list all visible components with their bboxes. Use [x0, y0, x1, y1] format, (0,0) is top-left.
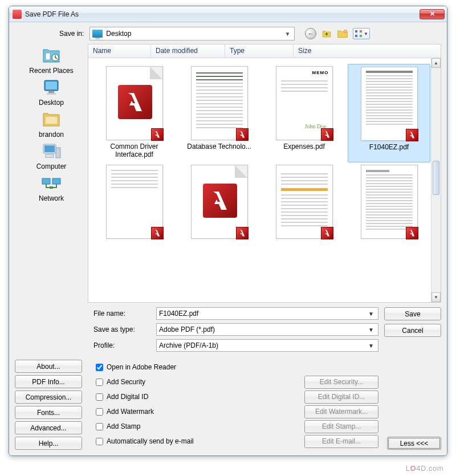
- scroll-down-button[interactable]: ▼: [431, 292, 441, 302]
- cancel-button[interactable]: Cancel: [384, 324, 441, 337]
- saveas-combo[interactable]: Adobe PDF (*.pdf) ▼: [156, 323, 378, 336]
- file-name-label: Database Technolo...: [179, 143, 259, 150]
- help-button[interactable]: Help...: [15, 437, 82, 450]
- view-menu-button[interactable]: ▼: [353, 28, 370, 39]
- nav-toolbar: ▼: [305, 28, 370, 39]
- about-button[interactable]: About...: [15, 360, 82, 373]
- edit-digitalid-button[interactable]: Edit Digital ID...: [304, 390, 378, 404]
- place-label: Computer: [23, 162, 80, 170]
- place-recent[interactable]: Recent Places: [23, 45, 80, 75]
- col-size[interactable]: Size: [294, 44, 441, 58]
- scroll-up-button[interactable]: ▲: [431, 58, 441, 68]
- col-date[interactable]: Date modified: [151, 44, 225, 58]
- files-grid[interactable]: Common Driver Interface.pdfDatabase Tech…: [88, 58, 441, 302]
- pdf-badge-icon: [406, 129, 418, 141]
- less-button[interactable]: Less <<<: [387, 437, 441, 450]
- edit-security-button[interactable]: Edit Security...: [304, 376, 378, 389]
- pdf-badge-icon: [236, 128, 249, 141]
- file-thumbnail: [106, 165, 163, 239]
- place-network[interactable]: Network: [23, 173, 80, 202]
- add-stamp-label: Add Stamp: [107, 422, 140, 430]
- file-listing: Name Date modified Type Size Common Driv…: [88, 44, 441, 303]
- add-stamp-checkbox[interactable]: [96, 423, 103, 430]
- place-computer[interactable]: Computer: [23, 141, 80, 170]
- bottom-options: About... PDF Info... Compression... Font…: [15, 360, 441, 450]
- file-thumbnail: [191, 165, 248, 239]
- col-type[interactable]: Type: [225, 44, 294, 58]
- filename-input[interactable]: F1040EZ.pdf ▼: [156, 307, 378, 320]
- add-watermark-checkbox[interactable]: [96, 408, 103, 416]
- close-button[interactable]: ✕: [420, 9, 445, 19]
- form-section: File name: F1040EZ.pdf ▼ Save as type: A…: [15, 307, 441, 355]
- svg-rect-4: [46, 82, 57, 89]
- saveas-value: Adobe PDF (*.pdf): [159, 326, 367, 333]
- profile-combo[interactable]: Archive (PDF/A-1b) ▼: [156, 339, 378, 352]
- up-folder-button[interactable]: [321, 28, 332, 39]
- file-name-label: Common Driver Interface.pdf: [94, 143, 174, 159]
- file-item[interactable]: [348, 162, 430, 245]
- open-reader-label: Open in Adobe Reader: [107, 363, 176, 371]
- new-folder-button[interactable]: [337, 28, 348, 39]
- place-user[interactable]: brandon: [23, 109, 80, 139]
- add-security-label: Add Security: [107, 378, 145, 386]
- chevron-down-icon: ▼: [364, 31, 368, 36]
- chevron-down-icon: ▼: [367, 343, 376, 349]
- file-item[interactable]: [178, 162, 260, 245]
- advanced-button[interactable]: Advanced...: [15, 421, 82, 434]
- user-folder-icon: [40, 109, 63, 129]
- pdf-badge-icon: [321, 128, 333, 141]
- scrollbar[interactable]: ▲ ▼: [431, 58, 441, 302]
- file-name-label: Expenses.pdf: [264, 143, 344, 150]
- computer-icon: [40, 141, 63, 161]
- save-button[interactable]: Save: [384, 307, 441, 320]
- source-watermark: LO4D.com: [406, 464, 443, 473]
- app-icon: [13, 10, 22, 19]
- left-buttons: About... PDF Info... Compression... Font…: [15, 360, 88, 450]
- auto-email-checkbox[interactable]: [96, 438, 103, 445]
- pdf-badge-icon: [406, 227, 418, 239]
- edit-watermark-button[interactable]: Edit Watermark...: [304, 405, 378, 418]
- file-item[interactable]: F1040EZ.pdf: [348, 64, 430, 162]
- filename-label: File name:: [93, 310, 156, 318]
- place-desktop[interactable]: Desktop: [23, 77, 80, 107]
- scroll-thumb[interactable]: [433, 161, 439, 195]
- edit-stamp-button[interactable]: Edit Stamp...: [304, 420, 378, 433]
- saveas-label: Save as type:: [93, 326, 156, 333]
- add-security-checkbox[interactable]: [96, 379, 103, 386]
- file-thumbnail: [106, 66, 163, 140]
- file-thumbnail: [361, 67, 418, 141]
- profile-value: Archive (PDF/A-1b): [159, 341, 367, 349]
- titlebar[interactable]: Save PDF File As ✕: [9, 6, 447, 22]
- svg-rect-10: [56, 148, 60, 158]
- svg-rect-7: [46, 117, 57, 124]
- compression-button[interactable]: Compression...: [15, 390, 82, 404]
- back-button[interactable]: [305, 28, 316, 39]
- svg-rect-1: [46, 53, 50, 60]
- save-in-value: Desktop: [106, 30, 283, 38]
- svg-rect-14: [50, 186, 53, 189]
- file-item[interactable]: Common Driver Interface.pdf: [93, 64, 176, 162]
- checkbox-options: Open in Adobe Reader Add Security Edit S…: [93, 360, 378, 450]
- dialog-body: Save in: Desktop ▼: [9, 22, 447, 455]
- file-item[interactable]: Database Technolo...: [178, 64, 260, 162]
- column-headers: Name Date modified Type Size: [88, 44, 441, 58]
- col-name[interactable]: Name: [88, 44, 151, 58]
- network-icon: [40, 173, 63, 193]
- file-item[interactable]: MEMOJohn DoeExpenses.pdf: [263, 64, 345, 162]
- pdf-badge-icon: [236, 227, 249, 239]
- file-thumbnail: [276, 165, 333, 239]
- open-reader-checkbox[interactable]: [96, 364, 103, 371]
- save-in-row: Save in: Desktop ▼: [59, 27, 441, 40]
- add-digitalid-label: Add Digital ID: [107, 393, 148, 401]
- pdf-badge-icon: [151, 128, 164, 141]
- file-item[interactable]: [263, 162, 345, 245]
- edit-email-button[interactable]: Edit E-mail...: [304, 435, 378, 448]
- fonts-button[interactable]: Fonts...: [15, 406, 82, 419]
- file-item[interactable]: [93, 162, 176, 245]
- place-label: brandon: [23, 131, 80, 139]
- chevron-down-icon: ▼: [367, 311, 376, 317]
- add-digitalid-checkbox[interactable]: [96, 393, 103, 401]
- save-in-combo[interactable]: Desktop ▼: [89, 27, 295, 40]
- chevron-down-icon: ▼: [283, 31, 292, 37]
- pdfinfo-button[interactable]: PDF Info...: [15, 375, 82, 388]
